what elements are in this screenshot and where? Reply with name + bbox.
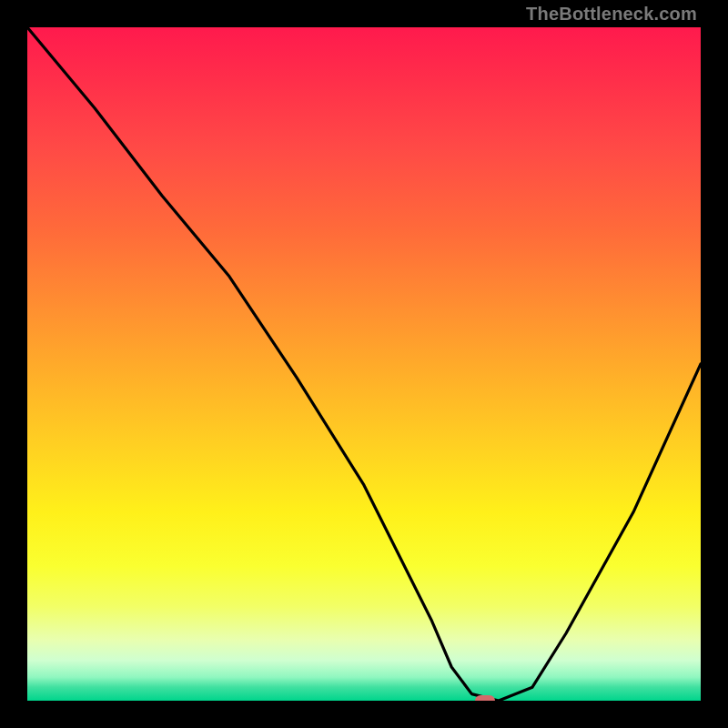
bottleneck-curve (27, 27, 701, 701)
chart-frame: TheBottleneck.com (0, 0, 728, 728)
curve-path (27, 27, 701, 701)
watermark-text: TheBottleneck.com (526, 4, 697, 25)
plot-area (27, 27, 701, 701)
optimal-marker (475, 695, 495, 701)
